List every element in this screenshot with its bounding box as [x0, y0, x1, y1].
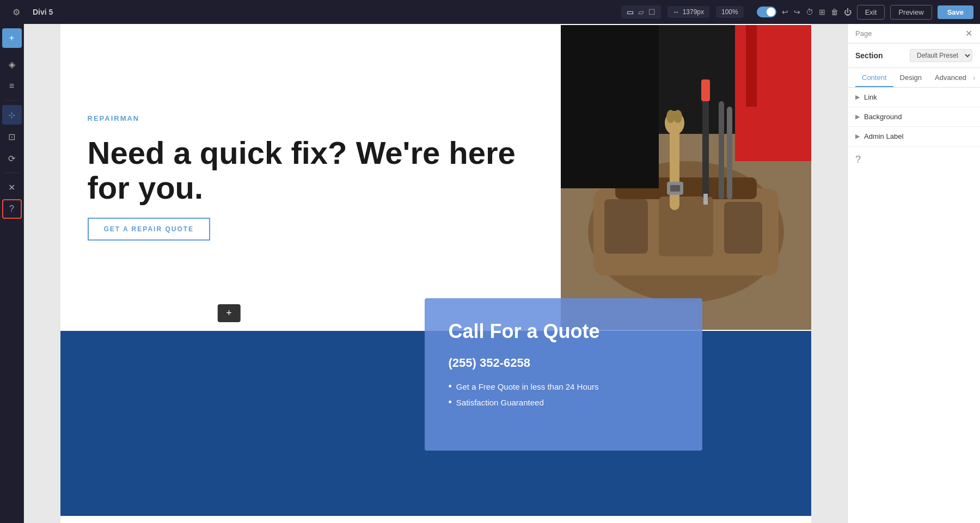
main-layout: + ◈ ≡ ⊹ ⊡ ⟳ ✕ ? REPAIRMA [0, 24, 980, 523]
trash-button[interactable]: 🗑 [831, 8, 838, 16]
width-value: 1379px [683, 8, 704, 16]
svg-rect-12 [702, 90, 709, 199]
preset-select[interactable]: Default Preset [910, 49, 972, 62]
svg-rect-16 [727, 107, 732, 199]
redo-icon: ↪ [794, 8, 800, 16]
gear-button[interactable]: ⚙ [7, 2, 26, 22]
hero-image-svg [561, 24, 811, 331]
background-section-label: Background [864, 113, 902, 121]
link-section-header[interactable]: ▶ Link [848, 88, 980, 107]
quote-card: Call For a Quote (255) 352-6258 Get a Fr… [425, 298, 702, 451]
history2-button[interactable]: ⟳ [2, 149, 22, 168]
layout-button[interactable]: ⊞ [819, 8, 825, 16]
theme-toggle[interactable] [757, 7, 776, 17]
tabs-more-icon[interactable]: › [973, 73, 976, 82]
help-button[interactable]: ? [2, 199, 22, 219]
tools-icon: ✕ [8, 182, 15, 193]
background-chevron-icon: ▶ [855, 113, 860, 120]
blue-section: Call For a Quote (255) 352-6258 Get a Fr… [60, 331, 811, 516]
panel-header-title: Page [855, 29, 872, 38]
svg-rect-14 [703, 194, 708, 205]
add-element-button[interactable]: + [2, 28, 22, 48]
section-label: Section [855, 51, 883, 60]
tab-design[interactable]: Design [893, 68, 928, 87]
desktop-button[interactable]: ▭ [627, 8, 634, 16]
svg-rect-7 [724, 202, 762, 254]
panel-header: Page ✕ [848, 24, 980, 44]
svg-rect-15 [719, 101, 724, 199]
hero-left: REPAIRMAN Need a quick fix? We're here f… [60, 24, 561, 331]
mobile-button[interactable]: ☐ [648, 8, 656, 16]
zoom-display: 100% [716, 6, 744, 18]
add-row-button[interactable]: + [217, 304, 241, 322]
panel-close-button[interactable]: ✕ [965, 28, 972, 39]
sidebar-divider [5, 100, 19, 101]
app-title: Divi 5 [33, 8, 53, 16]
mobile-icon: ☐ [648, 8, 656, 16]
quote-card-title: Call For a Quote [449, 320, 678, 343]
help-icon: ? [9, 204, 14, 214]
undo-button[interactable]: ↩ [782, 8, 788, 16]
close-icon: ✕ [965, 29, 972, 38]
move-button[interactable]: ⊡ [2, 127, 22, 146]
canvas-area[interactable]: REPAIRMAN Need a quick fix? We're here f… [24, 24, 847, 523]
panel-help[interactable]: ? [848, 146, 980, 173]
topbar-right: ↩ ↪ ⏱ ⊞ 🗑 ⏻ Exit Preview Save [757, 5, 973, 20]
power-button[interactable]: ⏻ [844, 8, 852, 16]
tablet-button[interactable]: ▱ [638, 8, 644, 16]
undo-icon: ↩ [782, 8, 788, 16]
redo-button[interactable]: ↪ [794, 8, 800, 16]
svg-rect-5 [604, 199, 648, 254]
tabs-row: Content Design Advanced › [848, 68, 980, 88]
preview-button[interactable]: Preview [890, 5, 932, 20]
tab-content[interactable]: Content [855, 68, 893, 87]
select-icon: ⊹ [8, 110, 15, 120]
exit-button[interactable]: Exit [857, 5, 885, 20]
wireframe-button[interactable]: ≡ [2, 76, 22, 96]
link-section-label: Link [864, 93, 877, 101]
quote-card-list: Get a Free Quote in less than 24 Hours S… [449, 381, 678, 408]
svg-rect-6 [659, 196, 713, 256]
layout-icon: ⊞ [819, 8, 825, 16]
tablet-icon: ▱ [638, 8, 644, 16]
canvas-content: REPAIRMAN Need a quick fix? We're here f… [60, 24, 811, 523]
device-switcher: ▭ ▱ ☐ [621, 5, 661, 19]
hero-section: REPAIRMAN Need a quick fix? We're here f… [60, 24, 811, 331]
power-icon: ⏻ [844, 8, 852, 16]
desktop-icon: ▭ [627, 8, 634, 16]
right-panel: Page ✕ Section Default Preset Content De… [847, 24, 980, 523]
layers-button[interactable]: ◈ [2, 54, 22, 74]
wireframe-icon: ≡ [9, 81, 14, 91]
svg-rect-18 [746, 25, 757, 107]
width-icon: ↔ [673, 8, 679, 16]
plus-icon: + [9, 33, 14, 43]
move-icon: ⊡ [8, 132, 15, 142]
history-icon: ⏱ [806, 8, 813, 16]
left-sidebar: + ◈ ≡ ⊹ ⊡ ⟳ ✕ ? [0, 24, 24, 523]
select-button[interactable]: ⊹ [2, 105, 22, 125]
svg-rect-8 [670, 123, 679, 210]
svg-point-11 [666, 110, 675, 123]
tab-advanced[interactable]: Advanced [928, 68, 973, 87]
quote-bullet-1: Get a Free Quote in less than 24 Hours [449, 381, 678, 392]
save-button[interactable]: Save [938, 5, 973, 19]
hero-cta-button[interactable]: GET A REPAIR QUOTE [88, 218, 211, 241]
admin-section-header[interactable]: ▶ Admin Label [848, 127, 980, 146]
link-chevron-icon: ▶ [855, 94, 860, 101]
svg-rect-19 [561, 25, 659, 188]
admin-section-label: Admin Label [864, 132, 903, 140]
add-row-icon: + [226, 307, 232, 319]
background-section-header[interactable]: ▶ Background [848, 107, 980, 126]
zoom-value: 100% [721, 8, 738, 16]
admin-chevron-icon: ▶ [855, 133, 860, 140]
hero-label: REPAIRMAN [88, 114, 534, 122]
gear-icon: ⚙ [13, 7, 20, 17]
section-row: Section Default Preset [848, 44, 980, 68]
help-circle-icon: ? [855, 154, 861, 165]
history-button[interactable]: ⏱ [806, 8, 813, 16]
sidebar-divider2 [5, 173, 19, 173]
panel-section-admin: ▶ Admin Label [848, 127, 980, 146]
tools-button[interactable]: ✕ [2, 177, 22, 197]
trash-icon: 🗑 [831, 8, 838, 16]
panel-section-link: ▶ Link [848, 88, 980, 107]
